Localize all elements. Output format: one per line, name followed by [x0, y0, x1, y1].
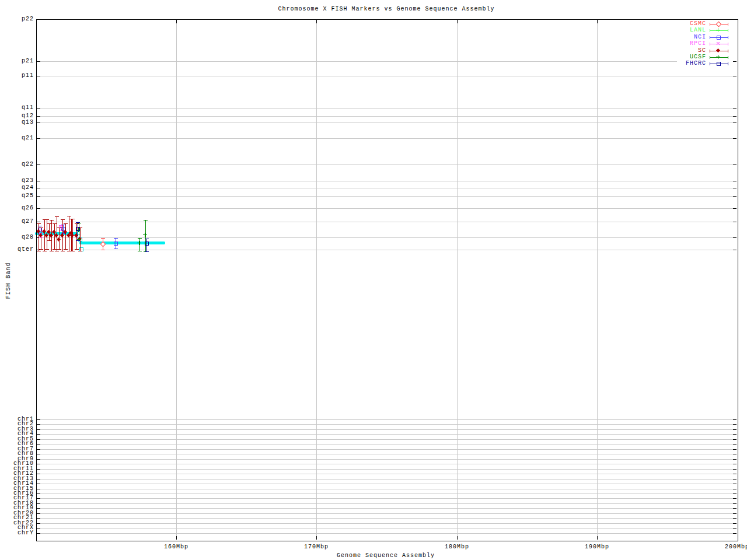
- x-tick-label: 190Mbp: [585, 544, 609, 550]
- x-tick-label: 170Mbp: [304, 544, 329, 550]
- y-band-label: q12: [0, 113, 34, 119]
- y-band-label: q25: [0, 193, 34, 199]
- plot-border: [36, 19, 738, 541]
- chart-page: Chromosome X FISH Markers vs Genome Sequ…: [0, 0, 747, 560]
- y-band-label: q26: [0, 205, 34, 211]
- y-axis-title: FISH Band: [5, 262, 12, 299]
- x-tick-label: 200Mbp: [725, 544, 747, 550]
- y-band-label: q13: [0, 120, 34, 125]
- chart-title: Chromosome X FISH Markers vs Genome Sequ…: [278, 6, 494, 12]
- y-band-label: qter: [0, 247, 34, 253]
- y-band-label: q27: [0, 219, 34, 225]
- y-band-label: q22: [0, 162, 34, 167]
- y-band-label: p22: [0, 16, 34, 22]
- y-band-label: q21: [0, 135, 34, 141]
- y-band-label: q23: [0, 178, 34, 184]
- x-tick-label: 180Mbp: [445, 544, 469, 550]
- y-band-label: chrY: [0, 530, 34, 536]
- y-band-label: q28: [0, 235, 34, 240]
- y-band-label: p21: [0, 58, 34, 64]
- x-axis-title: Genome Sequence Assembly: [337, 553, 435, 559]
- x-tick-label: 160Mbp: [164, 544, 189, 550]
- y-band-label: p11: [0, 73, 34, 79]
- y-band-label: q11: [0, 105, 34, 111]
- y-band-label: q24: [0, 185, 34, 191]
